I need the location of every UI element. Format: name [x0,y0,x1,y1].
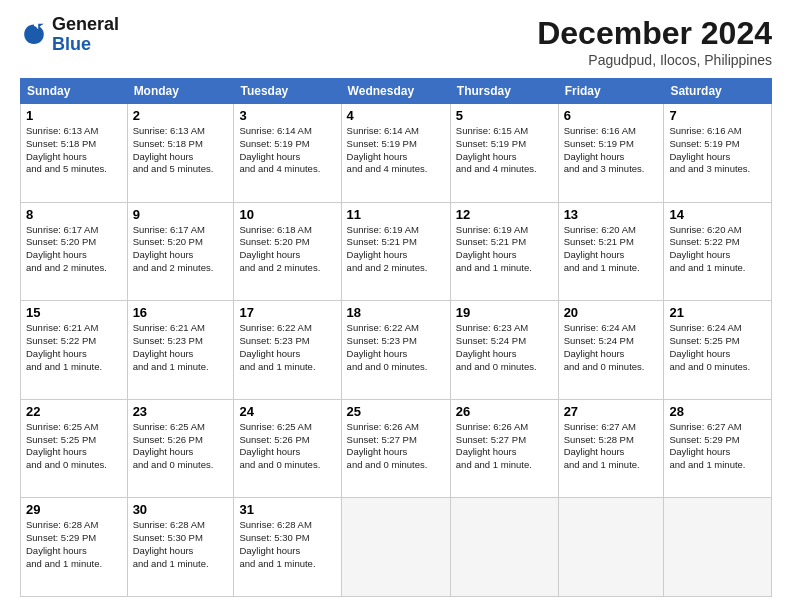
day-number: 23 [133,404,229,419]
day-info: Sunrise: 6:19 AMSunset: 5:21 PMDaylight … [347,224,428,273]
day-number: 14 [669,207,766,222]
day-info: Sunrise: 6:20 AMSunset: 5:22 PMDaylight … [669,224,745,273]
logo-icon [20,21,48,49]
location: Pagudpud, Ilocos, Philippines [537,52,772,68]
day-number: 29 [26,502,122,517]
table-row: 14 Sunrise: 6:20 AMSunset: 5:22 PMDaylig… [664,202,772,301]
day-info: Sunrise: 6:24 AMSunset: 5:25 PMDaylight … [669,322,750,371]
table-row: 6 Sunrise: 6:16 AMSunset: 5:19 PMDayligh… [558,104,664,203]
day-number: 9 [133,207,229,222]
day-info: Sunrise: 6:15 AMSunset: 5:19 PMDaylight … [456,125,537,174]
table-row: 13 Sunrise: 6:20 AMSunset: 5:21 PMDaylig… [558,202,664,301]
table-row: 29 Sunrise: 6:28 AMSunset: 5:29 PMDaylig… [21,498,128,597]
day-info: Sunrise: 6:25 AMSunset: 5:25 PMDaylight … [26,421,107,470]
day-number: 2 [133,108,229,123]
table-row: 25 Sunrise: 6:26 AMSunset: 5:27 PMDaylig… [341,399,450,498]
day-number: 15 [26,305,122,320]
day-info: Sunrise: 6:26 AMSunset: 5:27 PMDaylight … [347,421,428,470]
page: General Blue December 2024 Pagudpud, Ilo… [0,0,792,612]
day-number: 30 [133,502,229,517]
table-row: 21 Sunrise: 6:24 AMSunset: 5:25 PMDaylig… [664,301,772,400]
title-block: December 2024 Pagudpud, Ilocos, Philippi… [537,15,772,68]
day-info: Sunrise: 6:20 AMSunset: 5:21 PMDaylight … [564,224,640,273]
table-row: 12 Sunrise: 6:19 AMSunset: 5:21 PMDaylig… [450,202,558,301]
table-row: 2 Sunrise: 6:13 AMSunset: 5:18 PMDayligh… [127,104,234,203]
day-number: 3 [239,108,335,123]
table-row: 10 Sunrise: 6:18 AMSunset: 5:20 PMDaylig… [234,202,341,301]
table-row: 9 Sunrise: 6:17 AMSunset: 5:20 PMDayligh… [127,202,234,301]
day-number: 1 [26,108,122,123]
day-info: Sunrise: 6:16 AMSunset: 5:19 PMDaylight … [669,125,750,174]
table-row: 7 Sunrise: 6:16 AMSunset: 5:19 PMDayligh… [664,104,772,203]
day-number: 17 [239,305,335,320]
table-row: 4 Sunrise: 6:14 AMSunset: 5:19 PMDayligh… [341,104,450,203]
table-row [558,498,664,597]
day-number: 18 [347,305,445,320]
day-info: Sunrise: 6:16 AMSunset: 5:19 PMDaylight … [564,125,645,174]
header: General Blue December 2024 Pagudpud, Ilo… [20,15,772,68]
col-thursday: Thursday [450,79,558,104]
calendar-table: Sunday Monday Tuesday Wednesday Thursday… [20,78,772,597]
table-row: 30 Sunrise: 6:28 AMSunset: 5:30 PMDaylig… [127,498,234,597]
day-info: Sunrise: 6:14 AMSunset: 5:19 PMDaylight … [239,125,320,174]
col-tuesday: Tuesday [234,79,341,104]
day-info: Sunrise: 6:25 AMSunset: 5:26 PMDaylight … [239,421,320,470]
day-number: 8 [26,207,122,222]
day-info: Sunrise: 6:22 AMSunset: 5:23 PMDaylight … [239,322,315,371]
day-info: Sunrise: 6:28 AMSunset: 5:30 PMDaylight … [239,519,315,568]
logo-general: General [52,15,119,35]
calendar-week-row: 15 Sunrise: 6:21 AMSunset: 5:22 PMDaylig… [21,301,772,400]
table-row: 18 Sunrise: 6:22 AMSunset: 5:23 PMDaylig… [341,301,450,400]
table-row: 17 Sunrise: 6:22 AMSunset: 5:23 PMDaylig… [234,301,341,400]
day-info: Sunrise: 6:17 AMSunset: 5:20 PMDaylight … [133,224,214,273]
table-row: 28 Sunrise: 6:27 AMSunset: 5:29 PMDaylig… [664,399,772,498]
col-monday: Monday [127,79,234,104]
day-info: Sunrise: 6:21 AMSunset: 5:22 PMDaylight … [26,322,102,371]
day-info: Sunrise: 6:23 AMSunset: 5:24 PMDaylight … [456,322,537,371]
day-number: 7 [669,108,766,123]
day-number: 24 [239,404,335,419]
day-number: 12 [456,207,553,222]
col-wednesday: Wednesday [341,79,450,104]
table-row: 20 Sunrise: 6:24 AMSunset: 5:24 PMDaylig… [558,301,664,400]
day-info: Sunrise: 6:25 AMSunset: 5:26 PMDaylight … [133,421,214,470]
day-info: Sunrise: 6:17 AMSunset: 5:20 PMDaylight … [26,224,107,273]
table-row: 19 Sunrise: 6:23 AMSunset: 5:24 PMDaylig… [450,301,558,400]
day-number: 19 [456,305,553,320]
day-number: 22 [26,404,122,419]
table-row [341,498,450,597]
table-row: 26 Sunrise: 6:26 AMSunset: 5:27 PMDaylig… [450,399,558,498]
logo-text: General Blue [52,15,119,55]
calendar-week-row: 1 Sunrise: 6:13 AMSunset: 5:18 PMDayligh… [21,104,772,203]
day-info: Sunrise: 6:18 AMSunset: 5:20 PMDaylight … [239,224,320,273]
day-number: 20 [564,305,659,320]
table-row [664,498,772,597]
table-row: 1 Sunrise: 6:13 AMSunset: 5:18 PMDayligh… [21,104,128,203]
day-number: 6 [564,108,659,123]
day-info: Sunrise: 6:28 AMSunset: 5:30 PMDaylight … [133,519,209,568]
day-info: Sunrise: 6:19 AMSunset: 5:21 PMDaylight … [456,224,532,273]
col-saturday: Saturday [664,79,772,104]
day-info: Sunrise: 6:26 AMSunset: 5:27 PMDaylight … [456,421,532,470]
day-number: 11 [347,207,445,222]
table-row: 22 Sunrise: 6:25 AMSunset: 5:25 PMDaylig… [21,399,128,498]
day-info: Sunrise: 6:14 AMSunset: 5:19 PMDaylight … [347,125,428,174]
day-info: Sunrise: 6:24 AMSunset: 5:24 PMDaylight … [564,322,645,371]
day-info: Sunrise: 6:27 AMSunset: 5:29 PMDaylight … [669,421,745,470]
calendar-header-row: Sunday Monday Tuesday Wednesday Thursday… [21,79,772,104]
col-friday: Friday [558,79,664,104]
table-row: 24 Sunrise: 6:25 AMSunset: 5:26 PMDaylig… [234,399,341,498]
day-number: 13 [564,207,659,222]
logo-blue: Blue [52,35,119,55]
calendar-week-row: 29 Sunrise: 6:28 AMSunset: 5:29 PMDaylig… [21,498,772,597]
logo: General Blue [20,15,119,55]
month-title: December 2024 [537,15,772,52]
day-info: Sunrise: 6:13 AMSunset: 5:18 PMDaylight … [26,125,107,174]
day-info: Sunrise: 6:27 AMSunset: 5:28 PMDaylight … [564,421,640,470]
day-number: 21 [669,305,766,320]
table-row: 5 Sunrise: 6:15 AMSunset: 5:19 PMDayligh… [450,104,558,203]
day-number: 5 [456,108,553,123]
day-number: 16 [133,305,229,320]
calendar-week-row: 8 Sunrise: 6:17 AMSunset: 5:20 PMDayligh… [21,202,772,301]
table-row: 15 Sunrise: 6:21 AMSunset: 5:22 PMDaylig… [21,301,128,400]
